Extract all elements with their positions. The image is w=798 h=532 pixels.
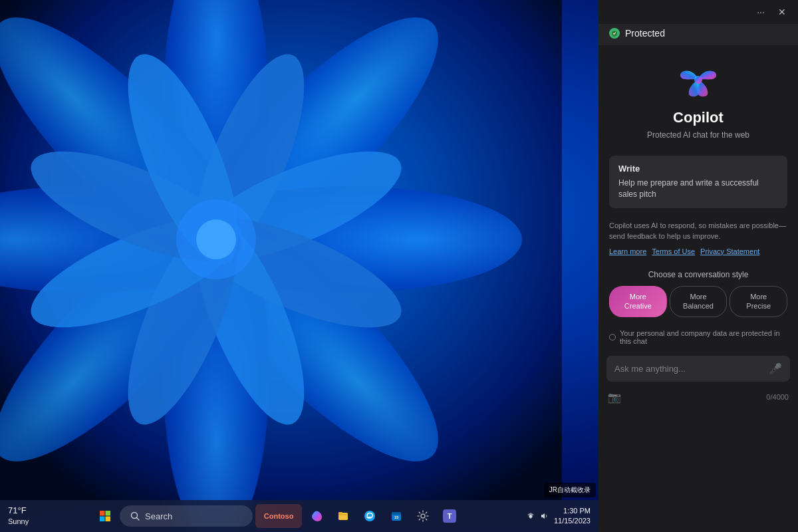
search-icon (130, 511, 140, 521)
chat-placeholder: Ask me anything... (614, 364, 686, 374)
svg-rect-20 (106, 511, 111, 516)
style-creative-button[interactable]: More Creative (609, 286, 667, 317)
protected-status: Protected (625, 28, 665, 39)
taskbar: 71°F Sunny Search Contoso (0, 500, 598, 532)
copilot-hero: Copilot Protected AI chat for the web (598, 45, 798, 150)
taskbar-edge[interactable] (358, 504, 382, 528)
bottom-toolbar: 📷 0/4000 (598, 387, 798, 408)
copilot-panel: ··· ✕ Protected (598, 0, 798, 532)
search-label: Search (145, 511, 172, 521)
panel-titlebar: ··· ✕ (598, 0, 798, 24)
svg-rect-25 (338, 513, 348, 520)
style-balanced-button[interactable]: More Balanced (670, 286, 728, 317)
style-precise-button[interactable]: More Precise (730, 286, 787, 317)
copilot-logo (677, 59, 720, 101)
svg-point-34 (694, 76, 702, 84)
camera-icon[interactable]: 📷 (608, 391, 621, 404)
watermark: JR自动截收录 (544, 483, 596, 497)
taskbar-center: Search Contoso (37, 504, 518, 528)
start-button[interactable] (93, 504, 117, 528)
svg-rect-21 (100, 517, 105, 522)
conversation-style-section: Choose a conversation style More Creativ… (598, 263, 798, 324)
suggestion-card[interactable]: Write Help me prepare and write a succes… (609, 156, 787, 208)
svg-rect-22 (106, 517, 111, 522)
svg-point-18 (196, 219, 236, 259)
taskbar-files[interactable] (331, 504, 355, 528)
svg-point-31 (421, 514, 425, 518)
data-notice-text: Your personal and company data are prote… (620, 329, 787, 345)
sys-tray (526, 511, 549, 521)
disclaimer-section: Copilot uses AI to respond, so mistakes … (598, 213, 798, 264)
copilot-subtitle: Protected AI chat for the web (647, 130, 749, 140)
wallpaper-bloom (0, 0, 579, 525)
svg-rect-29 (392, 512, 401, 515)
weather-condition: Sunny (8, 517, 29, 526)
data-notice: Your personal and company data are prote… (598, 324, 798, 350)
network-icon (526, 511, 535, 521)
current-date: 11/15/2023 (554, 516, 591, 526)
mic-icon[interactable]: 🎤 (769, 362, 782, 375)
conversation-style-label: Choose a conversation style (609, 270, 787, 279)
weather-widget[interactable]: 71°F Sunny (0, 505, 37, 526)
chat-input-area[interactable]: Ask me anything... 🎤 (606, 356, 790, 382)
shield-icon (609, 28, 620, 39)
suggestion-label: Write (618, 164, 778, 174)
weather-temp: 71°F (8, 505, 27, 517)
taskbar-settings[interactable] (411, 504, 435, 528)
taskbar-copilot[interactable] (305, 504, 329, 528)
svg-line-24 (137, 518, 140, 521)
disclaimer-links: Learn more Terms of Use Privacy Statemen… (609, 246, 787, 257)
current-time: 1:30 PM (563, 506, 591, 516)
disclaimer-text: Copilot uses AI to respond, so mistakes … (609, 221, 786, 241)
svg-text:15: 15 (394, 515, 399, 519)
taskbar-calendar[interactable]: 15 (384, 504, 408, 528)
copilot-title: Copilot (673, 109, 724, 126)
datetime-display[interactable]: 1:30 PM 11/15/2023 (554, 506, 591, 527)
suggestion-text: Help me prepare and write a successful s… (618, 178, 778, 200)
svg-rect-19 (100, 511, 105, 516)
svg-point-27 (364, 511, 375, 521)
panel-protected-header: Protected (598, 24, 798, 45)
learn-more-link[interactable]: Learn more (609, 246, 646, 257)
char-count: 0/4000 (766, 393, 789, 401)
taskbar-right: 1:30 PM 11/15/2023 (518, 506, 598, 527)
privacy-link[interactable]: Privacy Statement (700, 246, 759, 257)
data-notice-icon (609, 334, 616, 340)
style-buttons: More Creative More Balanced More Precise (609, 286, 787, 317)
more-button[interactable]: ··· (753, 4, 769, 20)
taskbar-teams[interactable]: T (438, 504, 462, 528)
terms-link[interactable]: Terms of Use (652, 246, 695, 257)
volume-icon (539, 511, 549, 521)
svg-text:T: T (448, 512, 452, 520)
close-button[interactable]: ✕ (774, 4, 790, 20)
svg-rect-26 (338, 512, 342, 514)
taskbar-contoso[interactable]: Contoso (255, 504, 302, 528)
taskbar-search[interactable]: Search (120, 505, 253, 527)
